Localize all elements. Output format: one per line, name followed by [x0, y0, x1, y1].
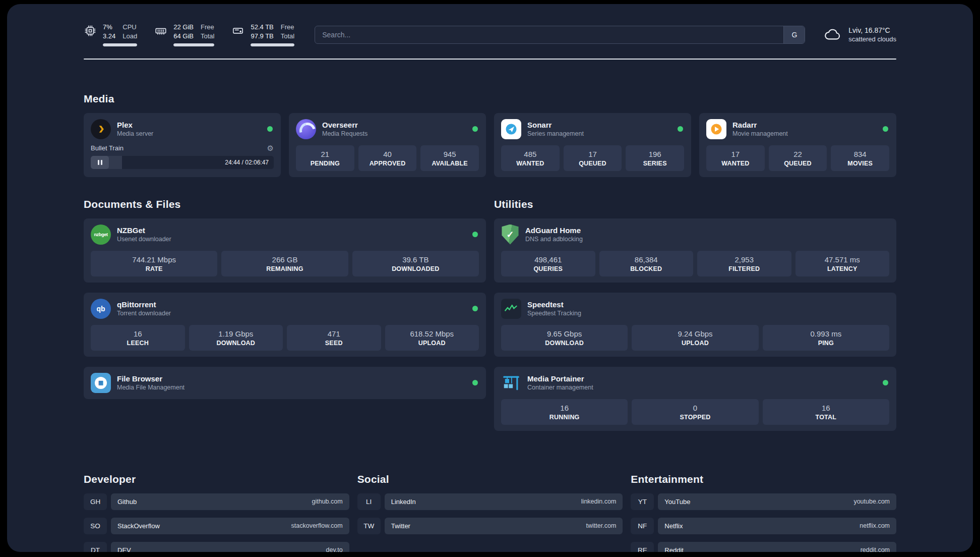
pause-button[interactable] [91, 156, 109, 169]
stat-label: PENDING [299, 160, 351, 167]
bookmark-abbr: DT [84, 542, 107, 552]
memory-free-value: 22 GiB [173, 23, 194, 31]
stat-value: 618.52 Mbps [388, 329, 476, 338]
stat-tile: 17 QUEUED [564, 145, 622, 171]
bookmark-abbr: NF [631, 518, 654, 534]
gear-icon[interactable]: ⚙ [267, 144, 274, 152]
app-card-sonarr[interactable]: Sonarr Series management 485 WANTED 17 Q… [494, 113, 691, 177]
stat-label: WANTED [709, 160, 762, 167]
bookmark-stackoverflow[interactable]: SO StackOverflow stackoverflow.com [84, 518, 349, 534]
bookmark-abbr: GH [84, 493, 107, 510]
disk-icon [231, 24, 244, 37]
app-desc: Container management [527, 384, 877, 391]
app-card-radarr[interactable]: Radarr Movie management 17 WANTED 22 QUE… [699, 113, 896, 177]
section-title-utilities: Utilities [494, 198, 896, 210]
stat-tile: 744.21 Mbps RATE [91, 251, 217, 276]
bookmark-name: StackOverflow [117, 522, 160, 530]
stat-value: 266 GB [224, 255, 345, 264]
bookmark-url: dev.to [326, 546, 343, 552]
bookmark-github[interactable]: GH Github github.com [84, 493, 349, 510]
disk-widget: 52.4 TB 97.9 TB Free Total [231, 23, 294, 46]
app-name: Speedtest [527, 300, 889, 309]
section-title-documents: Documents & Files [84, 198, 486, 210]
bookmark-url: reddit.com [861, 546, 890, 552]
speedtest-icon [501, 299, 521, 319]
disk-free-value: 52.4 TB [251, 23, 273, 31]
cpu-widget: 7% 3.24 CPU Load [84, 23, 137, 46]
app-card-speedtest[interactable]: Speedtest Speedtest Tracking 9.65 Gbps D… [494, 293, 896, 357]
stat-label: LATENCY [799, 265, 887, 272]
stat-tile: 16 LEECH [91, 325, 185, 351]
section-utilities: Utilities ✓ AdGuard Home DNS and adblock… [494, 198, 896, 431]
stat-label: UPLOAD [388, 340, 476, 347]
section-social: Social LI LinkedIn linkedin.com TW Twitt… [357, 473, 623, 552]
app-name: Plex [117, 121, 261, 129]
app-card-qbittorrent[interactable]: qb qBittorrent Torrent downloader 16 LEE… [84, 293, 486, 357]
plex-icon [91, 119, 111, 139]
stat-value: 47.571 ms [799, 255, 887, 264]
stat-label: MOVIES [834, 160, 886, 167]
stat-label: UPLOAD [635, 340, 755, 347]
bookmark-reddit[interactable]: RE Reddit reddit.com [631, 542, 896, 552]
bookmark-abbr: TW [357, 518, 381, 534]
stat-value: 40 [361, 150, 414, 158]
now-playing-widget: Bullet Train ⚙ 24:44 / 02:06:47 [91, 144, 274, 169]
bookmark-youtube[interactable]: YT YouTube youtube.com [631, 493, 896, 510]
app-card-adguard[interactable]: ✓ AdGuard Home DNS and adblocking 498,46… [494, 218, 896, 283]
section-documents: Documents & Files nzbget NZBGet Usenet d… [84, 198, 486, 431]
status-dot [472, 306, 478, 311]
memory-widget: 22 GiB 64 GiB Free Total [154, 23, 214, 46]
bookmark-name: Reddit [664, 546, 684, 552]
section-developer: Developer GH Github github.com SO StackO… [84, 473, 349, 552]
filebrowser-icon: ▦ [91, 373, 111, 393]
sonarr-icon [501, 119, 521, 139]
app-card-overseerr[interactable]: Overseerr Media Requests 21 PENDING 40 A… [289, 113, 486, 177]
section-title-entertainment: Entertainment [631, 473, 896, 485]
stat-label: SEED [290, 340, 378, 347]
memory-total-label: Total [201, 32, 214, 40]
stat-value: 498,461 [504, 255, 592, 264]
app-card-filebrowser[interactable]: ▦ File Browser Media File Management [84, 367, 486, 399]
bookmark-dev[interactable]: DT DEV dev.to [84, 542, 349, 552]
stat-tile: 0 STOPPED [632, 399, 758, 425]
app-name: File Browser [117, 374, 466, 383]
bookmark-netflix[interactable]: NF Netflix netflix.com [631, 518, 896, 534]
playback-progress-bar[interactable]: 24:44 / 02:06:47 [91, 156, 274, 169]
app-card-portainer[interactable]: Media Portainer Container management 16 … [494, 367, 896, 431]
stat-tile: 618.52 Mbps UPLOAD [385, 325, 479, 351]
stat-label: BLOCKED [602, 265, 691, 272]
stat-tile: 40 APPROVED [358, 145, 417, 171]
section-title-social: Social [357, 473, 623, 485]
stat-value: 16 [766, 404, 886, 412]
stat-tile: 9.65 Gbps DOWNLOAD [501, 325, 628, 351]
cpu-load-value: 3.24 [103, 32, 115, 40]
bookmark-url: linkedin.com [581, 498, 616, 505]
section-title-media: Media [84, 93, 896, 105]
app-card-plex[interactable]: Plex Media server Bullet Train ⚙ 24:44 /… [84, 113, 281, 177]
search-provider-button[interactable]: G [783, 26, 805, 43]
app-name: NZBGet [117, 226, 466, 235]
bookmark-name: DEV [117, 546, 131, 552]
search-input[interactable] [315, 26, 783, 43]
stat-tile: 17 WANTED [706, 145, 765, 171]
stat-value: 16 [504, 404, 625, 412]
bookmark-abbr: LI [357, 493, 381, 510]
status-dot [472, 126, 478, 132]
disk-total-label: Total [281, 32, 294, 40]
stat-tile: 471 SEED [287, 325, 381, 351]
stat-label: RATE [94, 265, 214, 272]
stat-label: QUEUED [772, 160, 824, 167]
cpu-usage-value: 7% [103, 23, 115, 31]
memory-usage-bar [173, 43, 214, 46]
stat-value: 22 [772, 150, 824, 158]
app-name: Sonarr [527, 121, 671, 129]
stat-label: REMAINING [224, 265, 345, 272]
stat-value: 471 [290, 329, 378, 338]
bookmark-linkedin[interactable]: LI LinkedIn linkedin.com [357, 493, 623, 510]
section-entertainment: Entertainment YT YouTube youtube.com NF … [631, 473, 896, 552]
app-card-nzbget[interactable]: nzbget NZBGet Usenet downloader 744.21 M… [84, 218, 486, 283]
bookmark-twitter[interactable]: TW Twitter twitter.com [357, 518, 623, 534]
stat-value: 744.21 Mbps [94, 255, 214, 264]
cpu-load-label: Load [122, 32, 137, 40]
radarr-icon [706, 119, 726, 139]
